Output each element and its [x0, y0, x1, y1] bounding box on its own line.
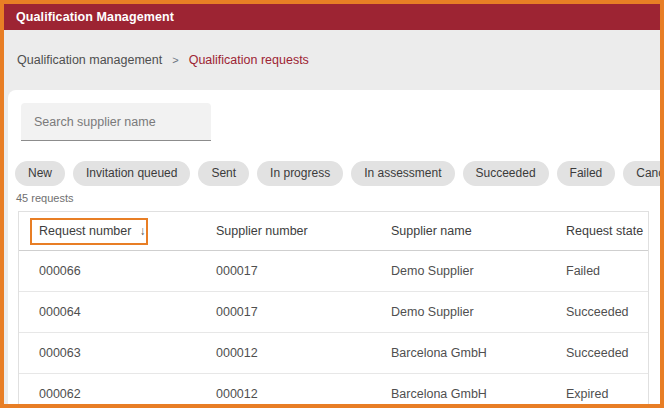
table-cell: 000012: [216, 387, 391, 401]
table-cell: 000066: [39, 264, 216, 278]
table-row[interactable]: 000062000012Barcelona GmbHExpired: [19, 374, 648, 404]
sort-descending-icon[interactable]: ↓: [139, 224, 145, 238]
filter-chip-succeeded[interactable]: Succeeded: [463, 161, 549, 186]
table-cell: 000062: [39, 387, 216, 401]
table-header-row: Request number↓ Supplier number Supplier…: [19, 212, 648, 251]
breadcrumb-item-qualification-requests[interactable]: Qualification requests: [189, 53, 309, 67]
filter-chip-failed[interactable]: Failed: [557, 161, 616, 186]
table-cell: 000064: [39, 305, 216, 319]
table-cell: 000012: [216, 346, 391, 360]
column-header-request-number[interactable]: Request number↓: [39, 224, 216, 238]
qualification-management-window: Qualification Management Qualification m…: [0, 0, 664, 408]
table-row[interactable]: 000066000017Demo SupplierFailed: [19, 251, 648, 292]
window-titlebar: Qualification Management: [4, 4, 660, 30]
table-cell: Barcelona GmbH: [391, 346, 566, 360]
filter-chip-invitation-queued[interactable]: Invitation queued: [73, 161, 190, 186]
table-cell: Expired: [566, 387, 648, 401]
column-header-request-state[interactable]: Request state: [566, 224, 648, 238]
breadcrumb-separator-icon: >: [172, 54, 178, 66]
table-cell: 000063: [39, 346, 216, 360]
column-header-supplier-number[interactable]: Supplier number: [216, 224, 391, 238]
filter-chip-canceled[interactable]: Canceled: [623, 161, 660, 186]
filter-chip-new[interactable]: New: [15, 161, 65, 186]
breadcrumb-item-qualification-management[interactable]: Qualification management: [17, 53, 162, 67]
table-body: 000066000017Demo SupplierFailed000064000…: [19, 251, 648, 404]
table-row[interactable]: 000064000017Demo SupplierSucceeded: [19, 292, 648, 333]
content-panel: NewInvitation queuedSentIn progressIn as…: [8, 90, 660, 404]
filter-chip-in-assessment[interactable]: In assessment: [351, 161, 454, 186]
filter-chip-sent[interactable]: Sent: [198, 161, 249, 186]
breadcrumb: Qualification management > Qualification…: [17, 53, 660, 67]
table-cell: 000017: [216, 264, 391, 278]
table-cell: Demo Supplier: [391, 305, 566, 319]
search-supplier-input[interactable]: [21, 103, 211, 141]
table-cell: Succeeded: [566, 305, 648, 319]
filter-chip-row: NewInvitation queuedSentIn progressIn as…: [15, 161, 660, 186]
qualification-requests-table: Request number↓ Supplier number Supplier…: [18, 211, 649, 404]
table-cell: Barcelona GmbH: [391, 387, 566, 401]
column-header-supplier-name[interactable]: Supplier name: [391, 224, 566, 238]
table-cell: Succeeded: [566, 346, 648, 360]
page-title: Qualification Management: [16, 10, 174, 24]
filter-chip-in-progress[interactable]: In progress: [257, 161, 343, 186]
table-cell: Failed: [566, 264, 648, 278]
table-row[interactable]: 000063000012Barcelona GmbHSucceeded: [19, 333, 648, 374]
result-count: 45 requests: [16, 192, 660, 204]
table-cell: Demo Supplier: [391, 264, 566, 278]
table-cell: 000017: [216, 305, 391, 319]
